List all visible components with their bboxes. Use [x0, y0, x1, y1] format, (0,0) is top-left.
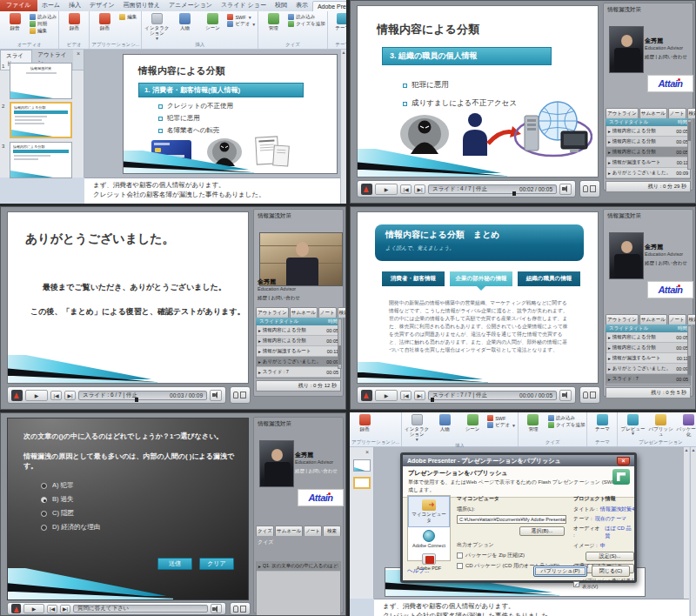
theme-button[interactable]: テーマ	[330, 12, 346, 30]
clear-button[interactable]: クリア	[199, 558, 234, 570]
next-slide-button[interactable]: ▶|	[64, 391, 76, 400]
audio-edit-button[interactable]: 編集	[30, 28, 57, 34]
publish-confirm-button[interactable]: パブリッシュ(P)	[533, 566, 587, 577]
tab-animations[interactable]: アニメーション	[164, 0, 217, 11]
radio-selected-icon[interactable]	[41, 497, 47, 503]
nav-my-computer[interactable]: マイコンピュータ	[408, 496, 450, 527]
slide-thumbnail-3[interactable]: 情報内容による分類	[10, 142, 72, 178]
outline-row[interactable]: ▸情報内容による分類00:05	[257, 336, 340, 346]
editor-scrollbar[interactable]: ▲	[340, 50, 346, 177]
theme-button[interactable]: テーマ	[589, 413, 615, 432]
tab-thumbnails[interactable]: サムネール	[275, 526, 303, 536]
location-field[interactable]: C:¥Users¥attain¥Documents¥My Adobe Prese…	[457, 515, 566, 524]
slide-thumbnail[interactable]	[353, 459, 371, 472]
window-scrollbar[interactable]: ▲	[690, 447, 696, 616]
tab-review[interactable]: 校閲	[271, 0, 291, 11]
character-button[interactable]: 人物	[432, 413, 458, 432]
tab-thumbnails[interactable]: サムネール	[290, 307, 318, 318]
seek-knob[interactable]	[512, 191, 516, 196]
scene-button[interactable]: シーン	[199, 12, 225, 30]
quiz-option-b[interactable]: B) 過失	[41, 495, 74, 504]
interaction-button[interactable]: インタラクション▼	[144, 12, 170, 41]
edited-slide[interactable]: 情報内容による分類 1. 消費者・顧客情報(個人情報) クレジットの不正使用 犯…	[123, 54, 338, 174]
slide-thumbnail[interactable]	[353, 477, 371, 489]
notes-scrollbar[interactable]	[340, 177, 346, 204]
sidebar-scrollbar[interactable]	[687, 119, 692, 170]
scene-button[interactable]: シーン	[459, 413, 485, 432]
quiz-manage-button[interactable]: 管理	[260, 12, 286, 30]
play-button[interactable]: ▶	[23, 604, 44, 613]
tab-notes[interactable]: ノート	[668, 314, 686, 325]
notes-panel-icon[interactable]	[590, 392, 596, 398]
tab-outline[interactable]: アウトライン	[256, 307, 289, 318]
notes-panel-icon[interactable]	[240, 606, 246, 613]
tab-search[interactable]: 検索	[687, 108, 696, 118]
tab-file[interactable]: ファイル	[0, 0, 37, 11]
browse-button[interactable]: 選択(B)...	[519, 526, 565, 536]
prev-slide-button[interactable]: |◀	[47, 605, 57, 613]
tab-consumer-info[interactable]: 消費者・顧客情報	[382, 271, 445, 286]
paperclip-icon[interactable]	[583, 392, 588, 398]
tab-search[interactable]: 検索	[323, 526, 341, 536]
tab-home[interactable]: ホーム	[37, 0, 64, 11]
bio-contact-links[interactable]: 経歴 | お問い合わせ	[645, 54, 687, 60]
prev-slide-button[interactable]: |◀	[400, 184, 412, 194]
slide-thumbnail-2[interactable]: 情報内容による分類	[10, 102, 72, 138]
outline-row[interactable]: ▸情報内容による分類00:05	[606, 137, 690, 147]
slide-thumbnail-1[interactable]: 情報漏洩対策	[10, 63, 72, 99]
dialog-title-bar[interactable]: Adobe Presenter - プレゼンテーションをパブリッシュ ×	[403, 455, 634, 466]
tab-adobe-presenter[interactable]: Adobe Presenter	[312, 1, 346, 11]
theme-value[interactable]: 現在のテーマ	[595, 515, 626, 523]
outline-row-current[interactable]: ▸スライド : 700:05	[606, 374, 690, 385]
dialog-close-button[interactable]: ×	[617, 457, 630, 465]
tab-view[interactable]: 表示	[291, 0, 312, 11]
outline-row[interactable]: ▸ありがとうございました。00:09	[606, 364, 690, 374]
tab-employee-info[interactable]: 組織の職員の情報	[518, 271, 580, 286]
swf-button[interactable]: SWF▼	[227, 14, 256, 20]
quiz-manage-button[interactable]: 管理	[520, 413, 546, 432]
prev-slide-button[interactable]: |◀	[400, 391, 412, 400]
character-button[interactable]: 人物	[171, 12, 197, 30]
outline-row[interactable]: ▸情報が漏洩するルート00:11	[606, 157, 690, 168]
prev-slide-button[interactable]: |◀	[50, 391, 62, 400]
help-link[interactable]: ヘルプ...	[407, 567, 429, 575]
tab-confidential-info[interactable]: 企業の部外秘の情報	[450, 271, 512, 286]
outline-row[interactable]: ▸情報が漏洩するルート00:11	[606, 353, 690, 364]
seek-bar[interactable]: スライド : 7 / 7 | 停止 00:00 / 00:05	[428, 391, 557, 400]
tab-notes[interactable]: ノート	[668, 108, 686, 118]
speaker-notes[interactable]: まず、消費者や顧客の個人情報があります。 クレジット会社の顧客名簿が漏洩した事件…	[84, 177, 340, 204]
interaction-button[interactable]: インタラクション▼	[404, 413, 430, 442]
outline-row[interactable]: ▸ありがとうございました。00:09	[606, 168, 690, 178]
swf-button[interactable]: SWF	[487, 415, 516, 421]
image-quality-value[interactable]: 中	[600, 542, 606, 550]
nav-adobe-connect[interactable]: Adobe Connect	[408, 527, 450, 551]
editor-scrollbar[interactable]: ▲	[683, 447, 689, 599]
volume-button[interactable]	[559, 390, 572, 401]
paperclip-icon[interactable]	[233, 606, 238, 613]
package-button[interactable]: パッケージ化	[675, 413, 696, 438]
zip-option[interactable]: パッケージを Zip 圧縮(Z)	[457, 552, 568, 559]
volume-button[interactable]	[211, 604, 222, 613]
record-video-button[interactable]: 録画	[61, 12, 87, 30]
volume-button[interactable]	[210, 390, 222, 401]
play-button[interactable]: ▶	[25, 390, 48, 401]
presenter-video[interactable]	[609, 232, 644, 279]
radio-icon[interactable]	[41, 483, 47, 489]
paperclip-icon[interactable]	[583, 185, 588, 192]
play-button[interactable]: ▶	[375, 184, 398, 195]
next-slide-button[interactable]: ▶|	[60, 605, 70, 613]
outline-row[interactable]: ▸スライド : 700:05	[257, 367, 340, 378]
close-pane-icon[interactable]: ×	[73, 50, 84, 70]
bio-contact-links[interactable]: 経歴 | お問い合わせ	[258, 295, 300, 301]
bio-contact-links[interactable]: 経歴 | お問い合わせ	[295, 468, 338, 474]
radio-icon[interactable]	[41, 525, 47, 531]
outline-row[interactable]: ▸情報内容による分類00:05	[606, 126, 690, 137]
sidebar-scrollbar[interactable]	[687, 325, 692, 376]
tab-design[interactable]: デザイン	[85, 0, 119, 11]
seek-bar[interactable]: スライド : 6 / 7 | 停止 00:03 / 00:09	[78, 391, 207, 400]
tab-slideshow[interactable]: スライド ショー	[217, 0, 271, 11]
preview-button[interactable]: プレビュー▼	[619, 413, 646, 437]
tab-quiz[interactable]: クイズ	[256, 526, 274, 536]
presenter-video[interactable]	[259, 440, 294, 487]
close-dialog-button[interactable]: 閉じる(C)	[592, 566, 630, 577]
